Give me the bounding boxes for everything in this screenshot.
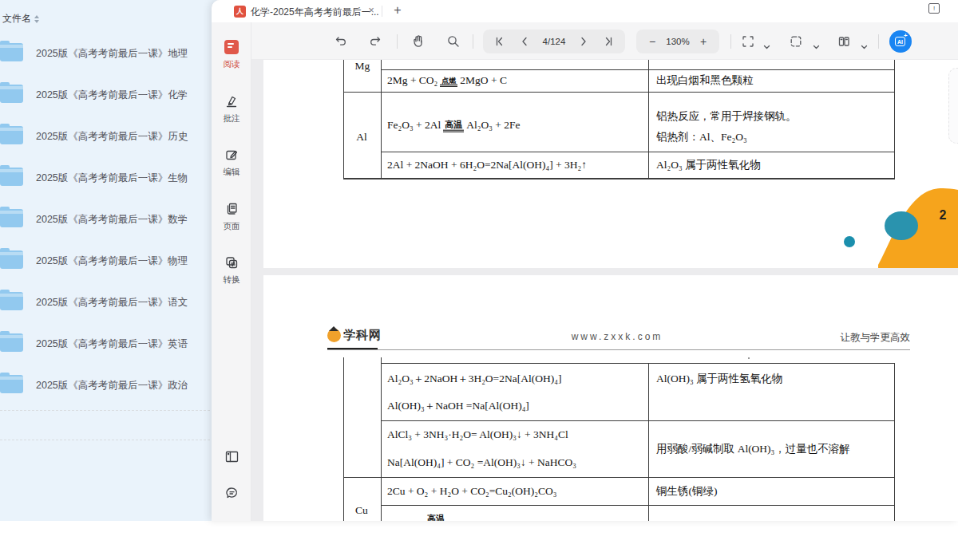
file-item-history[interactable]: 2025版《高考考前最后一课》历史 [0,122,208,149]
chevron-down-icon[interactable] [813,39,820,45]
document-view[interactable]: Mg 2Mg + CO₂点燃2MgO + C 出现白烟和黑色颗粒 Al Fe₂O… [251,60,958,521]
element-label: Mg [355,60,370,73]
read-icon [224,40,239,54]
mascot-icon [327,329,341,342]
tool-label: 阅读 [212,59,251,70]
reaction-note: Al₂O₃ 属于两性氧化物 [656,158,761,172]
reaction-condition: 点燃 [440,77,457,87]
folder-icon [0,375,23,393]
folder-icon [0,250,23,269]
divider [878,34,879,49]
file-item-english[interactable]: 2025版《高考考前最后一课》英语 [0,329,208,357]
last-page-button[interactable] [602,34,616,49]
zoom-in-button[interactable]: + [696,34,711,49]
hand-tool-button[interactable] [411,34,426,49]
next-page-button[interactable] [576,34,591,49]
reaction-note: Al(OH)₃ 属于两性氢氧化物 [656,372,782,386]
zoom-level[interactable]: 130% [666,37,689,46]
tool-strip: 阅读 批注 编辑 页面 转换 [212,22,251,521]
ai-assistant-button[interactable]: AI + [889,30,912,53]
divider [327,349,910,350]
chevron-down-icon[interactable] [763,39,770,45]
file-item-label: 2025版《高考考前最后一课》数学 [36,213,188,227]
tool-label: 批注 [212,113,251,124]
file-item-label: 2025版《高考考前最后一课》化学 [36,89,188,102]
file-item-chemistry[interactable]: 2025版《高考考前最后一课》化学 [0,81,208,108]
convert-icon [224,255,239,270]
file-item-geography[interactable]: 2025版《高考考前最后一课》地理 [0,39,208,66]
search-icon[interactable] [446,34,461,49]
page-navigation-group: 4/124 [483,30,625,53]
file-item-math[interactable]: 2025版《高考考前最后一课》数学 [0,205,208,232]
pdf-toolbar: 4/124 − 130% + [251,22,958,60]
file-item-label: 2025版《高考考前最后一课》政治 [36,379,188,392]
page-layout-button[interactable] [837,34,851,49]
equation-text: 2Cu + O₂ + H₂O + CO₂=Cu₂(OH)₂CO₃ [387,485,556,498]
document-tab[interactable]: 化学-2025年高考考前最后一... [251,6,379,19]
fullscreen-button[interactable] [741,34,755,49]
zoom-group: − 130% + [636,30,719,53]
folder-icon [0,209,23,227]
file-item-chinese[interactable]: 2025版《高考考前最后一课》语文 [0,288,208,315]
file-item-politics[interactable]: 2025版《高考考前最后一课》政治 [0,371,208,398]
pdf-page-2: 学科网 www.zxxk.com 让教与学更高效 Al₂O₃＋2NaOH＋3H₂… [263,275,958,521]
tool-pages[interactable]: 页面 [212,202,251,232]
site-url: www.zxxk.com [572,331,663,342]
file-list-header[interactable]: 文件名 [2,12,39,26]
previous-page-button[interactable] [517,34,532,49]
divider [0,410,210,411]
file-item-biology[interactable]: 2025版《高考考前最后一课》生物 [0,164,208,191]
fit-page-button[interactable] [789,34,803,49]
chevron-down-icon[interactable] [861,39,868,45]
tool-annotate[interactable]: 批注 [212,94,251,124]
tool-label: 编辑 [212,167,251,178]
feedback-icon[interactable]: ! [928,3,940,14]
tab-bar: 人 化学-2025年高考考前最后一... × + ! [212,0,958,22]
folder-icon [0,168,23,186]
pdf-reader-window: 人 化学-2025年高考考前最后一... × + ! 4/124 [212,0,958,521]
tool-label: 转换 [212,274,251,286]
divider [473,34,473,49]
file-item-physics[interactable]: 2025版《高考考前最后一课》物理 [0,246,208,274]
decorative-dot [885,211,918,240]
pdf-file-icon: 人 [234,6,246,18]
highlighter-icon [224,94,239,108]
floating-panel-handle[interactable] [948,68,958,144]
page-number: 2 [935,208,951,223]
new-tab-button[interactable]: + [390,2,405,18]
equation-text: Al₂O₃＋2NaOH＋3H₂O=2Na[Al(OH)₄] [387,372,561,386]
file-manager-panel: 文件名 2025版《高考考前最后一课》地理 2025版《高考考前最后一课》化学 … [0,0,217,521]
edit-icon [224,148,239,162]
tool-read[interactable]: 阅读 [212,40,251,70]
sort-icon [34,15,39,23]
folder-icon [0,333,23,352]
reaction-note: 铜生锈(铜绿) [656,484,718,499]
first-page-button[interactable] [492,34,506,49]
file-name-column-label: 文件名 [2,12,31,26]
folder-icon [0,126,23,144]
reaction-note: 出现白烟和黑色颗粒 [656,73,754,88]
reaction-condition: 高温 [426,514,446,521]
close-tab-icon[interactable]: × [365,4,378,17]
undo-button[interactable] [333,34,347,49]
zoom-out-button[interactable]: − [645,34,659,49]
file-item-label: 2025版《高考考前最后一课》历史 [36,130,188,144]
site-slogan: 让教与学更高效 [841,331,911,345]
speck [748,357,750,359]
logo-text: 学科网 [343,328,382,343]
tool-convert[interactable]: 转换 [212,255,251,286]
element-label: Al [356,131,367,144]
folder-icon [0,85,23,103]
redo-button[interactable] [369,34,383,49]
reaction-note: 铝热剂：Al、Fe₂O₃ [656,130,747,144]
divider [382,6,382,17]
side-panel-toggle[interactable] [212,451,251,466]
page-indicator[interactable]: 4/124 [543,37,566,46]
file-item-label: 2025版《高考考前最后一课》语文 [36,296,188,310]
file-item-label: 2025版《高考考前最后一课》生物 [36,172,188,185]
divider [397,34,398,49]
tool-edit[interactable]: 编辑 [212,148,251,178]
divider [0,440,210,440]
element-label: Cu [355,504,368,517]
comment-icon[interactable] [212,487,251,503]
